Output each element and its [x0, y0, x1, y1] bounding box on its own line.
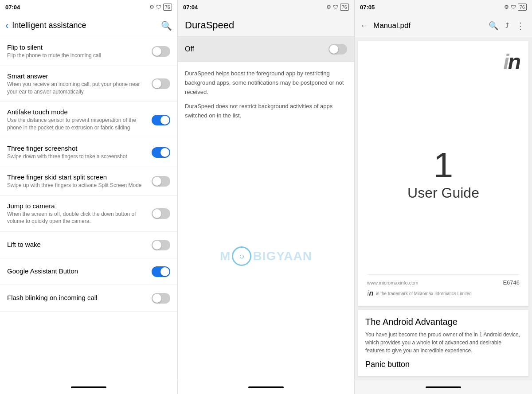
settings-list: Flip to silent Flip the phone to mute th… — [0, 37, 177, 380]
pdf-content: in 1 User Guide www.micromaxinfo.com E67… — [355, 37, 532, 380]
pdf-search-icon[interactable]: 🔍 — [487, 19, 500, 32]
pdf-footer-brand: in is the trademark of Micromax Informat… — [367, 289, 520, 297]
pdf-more-icon[interactable]: ⋮ — [514, 19, 527, 33]
setting-three-finger-screenshot: Three finger screenshot Swipe down with … — [0, 138, 177, 167]
brand-n: n — [369, 289, 373, 297]
back-button[interactable]: ‹ — [5, 20, 8, 31]
status-icons-3: ⚙ 🛡 76 — [504, 4, 527, 11]
pdf-page-1: in 1 User Guide www.micromaxinfo.com E67… — [358, 41, 528, 306]
setting-jump-to-camera-text: Jump to camera When the screen is off, d… — [7, 202, 152, 226]
panel-manual-pdf: 07:05 ⚙ 🛡 76 ← Manual.pdf 🔍 ⤴ ⋮ in 1 — [355, 0, 532, 394]
shield-icon: 🛡 — [156, 4, 161, 10]
duraspeed-toggle-label: Off — [185, 45, 329, 53]
nav-bar-1 — [0, 380, 177, 394]
smart-answer-toggle[interactable] — [152, 78, 170, 89]
battery-level-3: 76 — [520, 4, 525, 10]
pdf-header: ← Manual.pdf 🔍 ⤴ ⋮ — [355, 14, 532, 37]
setting-smart-answer: Smart answer When you receive an incomin… — [0, 66, 177, 102]
pdf-title: Manual.pdf — [373, 21, 483, 30]
setting-google-assistant: Google Assistant Button — [0, 258, 177, 285]
setting-three-finger-split: Three finger skid start split screen Swi… — [0, 167, 177, 196]
page-title: Intelligent assistance — [12, 21, 161, 30]
setting-antifake-touch-desc: Use the distance sensor to prevent misop… — [7, 117, 152, 132]
duraspeed-toggle[interactable] — [329, 44, 347, 55]
setting-flip-to-silent: Flip to silent Flip the phone to mute th… — [0, 37, 177, 66]
setting-jump-to-camera-title: Jump to camera — [7, 202, 152, 210]
pdf-footer-brand-logo: in — [367, 289, 373, 297]
settings-icon-3: ⚙ — [504, 4, 509, 10]
setting-flash-blinking: Flash blinking on incoming call — [0, 285, 177, 312]
user-guide-label: User Guide — [407, 185, 479, 201]
settings-icon-2: ⚙ — [326, 4, 331, 10]
status-bar-2: 07:04 ⚙ 🛡 76 — [178, 0, 354, 14]
status-bar-1: 07:04 ⚙ 🛡 76 — [0, 0, 177, 14]
nav-pill-3 — [426, 386, 461, 388]
three-finger-split-toggle[interactable] — [152, 176, 170, 187]
in-logo-top: in — [503, 50, 520, 74]
setting-smart-answer-title: Smart answer — [7, 72, 152, 80]
pdf-page1-footer: www.micromaxinfo.com E6746 in is the tra… — [367, 274, 520, 297]
duraspeed-desc-1: DuraSpeed helps boost the foreground app… — [185, 69, 347, 97]
setting-three-finger-screenshot-text: Three finger screenshot Swipe down with … — [7, 144, 152, 160]
setting-jump-to-camera: Jump to camera When the screen is off, d… — [0, 196, 177, 232]
nav-bar-3 — [355, 380, 532, 394]
pdf-page-2: The Android Advantage You have just beco… — [358, 310, 528, 376]
pdf-footer-url: www.micromaxinfo.com — [367, 280, 419, 285]
duraspeed-desc-2: DuraSpeed does not restrict background a… — [185, 102, 347, 121]
battery-indicator: 76 — [163, 4, 172, 11]
setting-three-finger-split-title: Three finger skid start split screen — [7, 173, 152, 181]
antifake-touch-toggle[interactable] — [152, 115, 170, 125]
settings-icon: ⚙ — [149, 4, 154, 10]
android-advantage-text: You have just become the proud owner of … — [365, 331, 521, 355]
setting-three-finger-screenshot-desc: Swipe down with three fingers to take a … — [7, 153, 152, 160]
in-i-letter: i — [503, 50, 508, 74]
battery-indicator-3: 76 — [518, 4, 527, 11]
setting-jump-to-camera-desc: When the screen is off, double click the… — [7, 211, 152, 226]
page-number-area: 1 User Guide — [407, 148, 479, 201]
setting-flip-to-silent-title: Flip to silent — [7, 43, 152, 51]
setting-antifake-touch-text: Antifake touch mode Use the distance sen… — [7, 108, 152, 132]
setting-smart-answer-text: Smart answer When you receive an incomin… — [7, 72, 152, 96]
time-1: 07:04 — [5, 4, 20, 11]
setting-three-finger-split-text: Three finger skid start split screen Swi… — [7, 173, 152, 189]
setting-lift-to-wake: Lift to wake — [0, 232, 177, 258]
panic-button-title: Panic button — [365, 360, 521, 369]
shield-icon-2: 🛡 — [333, 4, 338, 10]
jump-to-camera-toggle[interactable] — [152, 208, 170, 219]
nav-pill-1 — [71, 386, 106, 388]
pdf-back-button[interactable]: ← — [360, 20, 370, 31]
time-3: 07:05 — [360, 4, 375, 11]
status-bar-3: 07:05 ⚙ 🛡 76 — [355, 0, 532, 14]
setting-flip-to-silent-text: Flip to silent Flip the phone to mute th… — [7, 43, 152, 59]
google-assistant-toggle[interactable] — [152, 266, 170, 277]
battery-level-2: 76 — [342, 4, 347, 10]
nav-bar-2 — [178, 380, 354, 394]
in-logo-text: in — [503, 50, 520, 74]
lift-to-wake-toggle[interactable] — [152, 240, 170, 250]
mobigyaan-watermark-area: M ○ BIGYAAN — [178, 133, 354, 380]
panel-duraspeed: 07:04 ⚙ 🛡 76 DuraSpeed Off DuraSpeed hel… — [177, 0, 355, 394]
setting-smart-answer-desc: When you receive an incoming call, put y… — [7, 81, 152, 96]
search-button[interactable]: 🔍 — [161, 20, 172, 31]
setting-flash-blinking-text: Flash blinking on incoming call — [7, 294, 152, 302]
in-n-letter: n — [508, 50, 520, 74]
setting-three-finger-split-desc: Swipe up with three fingers to activate … — [7, 182, 152, 189]
flip-to-silent-toggle[interactable] — [152, 46, 170, 57]
setting-flash-blinking-title: Flash blinking on incoming call — [7, 294, 152, 301]
setting-flip-to-silent-desc: Flip the phone to mute the incoming call — [7, 52, 152, 59]
flash-blinking-toggle[interactable] — [152, 293, 170, 304]
setting-google-assistant-title: Google Assistant Button — [7, 267, 152, 275]
panel-intelligent-assistance: 07:04 ⚙ 🛡 76 ‹ Intelligent assistance 🔍 … — [0, 0, 177, 394]
pdf-footer-model: E6746 — [503, 279, 520, 286]
page-number: 1 — [434, 148, 454, 183]
pdf-share-icon[interactable]: ⤴ — [504, 20, 511, 31]
duraspeed-toggle-row: Off — [178, 37, 354, 62]
nav-pill-2 — [248, 386, 284, 388]
pdf-footer-trademark: is the trademark of Micromax Informatics… — [376, 291, 472, 296]
time-2: 07:04 — [183, 4, 198, 11]
mobigyaan-circle-icon: ○ — [232, 246, 251, 266]
shield-icon-3: 🛡 — [511, 4, 516, 10]
status-icons-1: ⚙ 🛡 76 — [149, 4, 172, 11]
setting-google-assistant-text: Google Assistant Button — [7, 267, 152, 276]
three-finger-screenshot-toggle[interactable] — [152, 147, 170, 158]
